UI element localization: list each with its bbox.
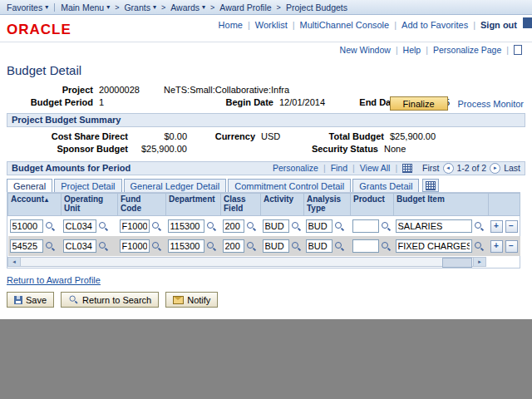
column-header-product[interactable]: Product [351,194,394,216]
return-to-search-label: Return to Search [82,295,151,305]
show-all-columns-button[interactable] [422,179,439,192]
breadcrumb-item-awards[interactable]: Awards ▾ [170,2,205,12]
column-header-budget-item[interactable]: Budget Item [394,194,489,216]
finalize-button[interactable]: Finalize [390,96,448,111]
personalize-page-link[interactable]: Personalize Page [433,45,514,55]
operating-unit-lookup-icon[interactable] [98,221,109,232]
next-row-icon[interactable]: ▸ [490,163,500,174]
save-button[interactable]: Save [7,292,54,308]
account-input[interactable] [10,239,43,253]
save-button-label: Save [26,295,47,305]
first-label[interactable]: First [422,163,439,174]
add-row-button[interactable]: + [490,240,503,253]
personalize-link[interactable]: Personalize [273,163,331,174]
account-lookup-icon[interactable] [45,241,56,252]
add-row-button[interactable]: + [490,220,503,233]
breadcrumb-label: Main Menu [61,2,104,12]
department-input[interactable] [168,239,204,253]
class-field-input[interactable] [223,239,244,253]
total-budget-label: Total Budget [308,131,390,141]
grid-horizontal-scrollbar[interactable]: ◂ ▸ [7,257,486,267]
project-value: 20000028 [99,85,164,95]
column-header-activity[interactable]: Activity [261,194,304,216]
department-lookup-icon[interactable] [206,221,217,232]
delete-row-button[interactable]: − [505,220,518,233]
breadcrumb-item-grants[interactable]: Grants ▾ [124,2,156,12]
fund-code-lookup-icon[interactable] [151,241,162,252]
product-lookup-icon[interactable] [381,241,392,252]
operating-unit-lookup-icon[interactable] [98,241,109,252]
process-monitor-link[interactable]: Process Monitor [458,99,524,109]
budget-item-lookup-icon[interactable] [474,241,485,252]
tab-commitment-control-detail[interactable]: Commitment Control Detail [228,179,351,192]
budget-grid: Account▴ Operating Unit Fund Code Depart… [7,192,520,268]
return-to-search-button[interactable]: Return to Search [61,292,159,308]
cost-share-direct-label: Cost Share Direct [7,131,134,141]
column-header-analysis-type[interactable]: Analysis Type [304,194,351,216]
class-field-lookup-icon[interactable] [246,241,257,252]
home-link[interactable]: Home [219,20,255,30]
product-input[interactable] [352,239,379,253]
tab-project-detail[interactable]: Project Detail [54,179,121,192]
analysis-type-lookup-icon[interactable] [334,241,345,252]
new-window-link[interactable]: New Window [340,45,403,55]
find-link[interactable]: Find [331,163,360,174]
column-header-fund-code[interactable]: Fund Code [118,194,166,216]
security-status-value: None [384,144,406,154]
scroll-left-icon[interactable]: ◂ [8,258,21,266]
download-grid-icon[interactable] [402,164,412,173]
tab-general[interactable]: General [7,179,52,192]
scroll-right-icon[interactable]: ▸ [473,258,485,266]
breadcrumb-label: Project Budgets [286,2,347,12]
operating-unit-input[interactable] [63,219,96,233]
scrollbar-thumb[interactable] [442,258,472,268]
analysis-type-input[interactable] [306,219,332,233]
add-to-favorites-link[interactable]: Add to Favorites [401,20,480,30]
fund-code-input[interactable] [120,239,150,253]
previous-row-icon[interactable]: ◂ [443,163,454,174]
department-input[interactable] [168,219,204,233]
breadcrumb-item-favorites[interactable]: Favorites ▾ [7,2,48,12]
budget-period-value: 1 [99,97,222,107]
budget-item-input[interactable] [396,219,472,233]
analysis-type-input[interactable] [306,239,332,253]
operating-unit-input[interactable] [63,239,96,253]
tab-grants-detail[interactable]: Grants Detail [352,179,419,192]
activity-lookup-icon[interactable] [291,241,302,252]
return-to-award-profile-link[interactable]: Return to Award Profile [7,275,101,285]
column-header-class-field[interactable]: Class Field [221,194,261,216]
fund-code-input[interactable] [120,219,150,233]
department-lookup-icon[interactable] [206,241,217,252]
delete-row-button[interactable]: − [505,240,518,253]
column-header-account[interactable]: Account▴ [8,194,62,216]
activity-input[interactable] [263,219,289,233]
breadcrumb-item-main-menu[interactable]: Main Menu ▾ [61,2,110,12]
copy-page-icon[interactable] [514,45,522,55]
activity-lookup-icon[interactable] [291,221,302,232]
view-all-link[interactable]: View All [360,163,402,174]
account-lookup-icon[interactable] [45,221,56,232]
begin-date-label: Begin Date [222,97,279,107]
budget-item-input[interactable] [396,239,472,253]
worklist-link[interactable]: Worklist [255,20,300,30]
product-lookup-icon[interactable] [381,221,392,232]
budget-item-lookup-icon[interactable] [474,221,485,232]
class-field-lookup-icon[interactable] [246,221,257,232]
help-link[interactable]: Help [403,45,433,55]
multichannel-console-link[interactable]: MultiChannel Console [300,20,401,30]
breadcrumb-item-award-profile[interactable]: Award Profile [219,2,271,12]
notify-button[interactable]: Notify [165,292,218,308]
account-input[interactable] [10,219,43,233]
class-field-input[interactable] [223,219,244,233]
tab-general-ledger-detail[interactable]: General Ledger Detail [124,179,227,192]
activity-input[interactable] [263,239,289,253]
breadcrumb-item-project-budgets[interactable]: Project Budgets [286,2,347,12]
product-input[interactable] [352,219,379,233]
last-label[interactable]: Last [504,163,520,174]
fund-code-lookup-icon[interactable] [151,221,162,232]
sign-out-link[interactable]: Sign out [480,20,517,30]
column-header-department[interactable]: Department [166,194,221,216]
analysis-type-lookup-icon[interactable] [334,221,345,232]
column-header-operating-unit[interactable]: Operating Unit [62,194,118,216]
summary-row-1: Cost Share Direct $0.00 Currency USD Tot… [7,131,525,141]
